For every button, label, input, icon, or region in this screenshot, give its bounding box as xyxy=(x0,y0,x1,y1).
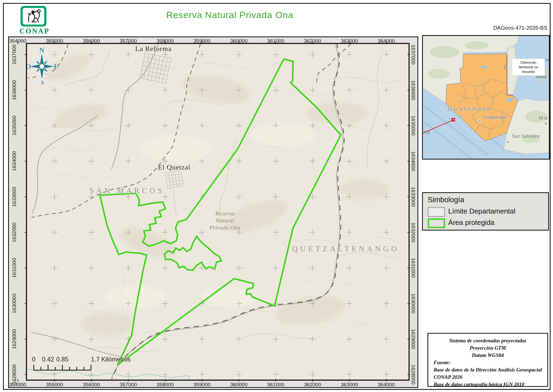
credits-projection: Proyección GTM xyxy=(434,344,542,352)
grid-tick xyxy=(407,161,410,161)
departmental-limit-label: Límite Departamental xyxy=(448,207,515,215)
inset-depth-label: 721 xyxy=(423,130,430,134)
grid-tick xyxy=(312,379,313,381)
grid-tick xyxy=(25,125,27,126)
grid-tick xyxy=(202,42,202,44)
scale-label-0: 0 xyxy=(32,356,36,363)
axis-label-right-1631000: 1631000 xyxy=(410,258,416,278)
grid-tick xyxy=(202,379,202,381)
grid-tick xyxy=(25,197,27,197)
axis-label-bottom-363000: 363000 xyxy=(341,382,358,388)
town-streets-la-reforma xyxy=(140,53,171,83)
conap-wordmark: CONAP xyxy=(19,27,63,35)
note-line3: resuelto xyxy=(513,69,544,74)
axis-label-right-1636000: 1636000 xyxy=(410,80,416,100)
inset-map-graphic xyxy=(423,36,549,159)
grid-tick xyxy=(18,42,18,44)
credits-source-2: Base de datos cartografía básica IGN 201… xyxy=(434,381,542,388)
credits-datum: Datum WGS84 xyxy=(434,352,542,359)
grid-tick xyxy=(407,303,410,304)
grid-tick xyxy=(165,379,166,381)
inset-belize-label: B xyxy=(504,64,509,70)
map-frame: La Reforma El Quetzal SAN MARCOS QUETZAL… xyxy=(8,36,418,388)
san-salvador-dot xyxy=(507,141,509,143)
axis-label-right-1635000: 1635000 xyxy=(410,116,416,136)
axis-label-left-1633000: 1633000 xyxy=(11,187,17,207)
axis-label-right-1630000: 1630000 xyxy=(410,293,416,313)
axis-label-right-1634000: 1634000 xyxy=(410,151,416,171)
axis-label-left-1631000: 1631000 xyxy=(11,258,17,278)
grid-tick xyxy=(25,374,27,375)
grid-tick xyxy=(407,54,410,55)
place-label-el-quetzal: El Quetzal xyxy=(158,163,190,171)
axis-label-bottom-362000: 362000 xyxy=(304,382,321,388)
reserve-name-line1: Reserva xyxy=(210,210,240,217)
grid-tick xyxy=(25,90,27,90)
marker-center xyxy=(453,119,454,120)
roads xyxy=(31,44,343,380)
inset-country-label: Guatemala xyxy=(448,106,491,112)
credits-source-1: Base de datos de la Dirección Análisis G… xyxy=(434,366,542,381)
compass-north-label: N xyxy=(39,46,45,54)
axis-label-left-1632000: 1632000 xyxy=(11,222,17,242)
legend: Simbología Límite Departamental Área pro… xyxy=(422,192,549,231)
scale-label-042: 0.42 xyxy=(42,356,54,363)
place-label-la-reforma: La Reforma xyxy=(135,45,172,53)
map-canvas: La Reforma El Quetzal SAN MARCOS QUETZAL… xyxy=(26,43,410,381)
grid-tick xyxy=(25,161,27,161)
grid-tick xyxy=(25,339,27,339)
monkey-icon xyxy=(23,8,44,25)
grid-tick xyxy=(407,268,410,268)
axis-label-right-1629000: 1629000 xyxy=(410,329,416,349)
locator-inset-map: Guatemala Guatemala San Salvador Ho B Ho… xyxy=(422,35,550,160)
page: CONAP Reserva Natural Privada Ona DAGeos… xyxy=(0,0,553,392)
grid-tick xyxy=(165,42,166,44)
department-label-san-marcos: SAN MARCOS xyxy=(89,186,164,195)
note-line2: territorial no xyxy=(513,65,544,69)
inset-capital-label: Guatemala xyxy=(483,115,506,120)
grid-tick xyxy=(25,54,27,55)
grid-tick xyxy=(91,379,92,381)
credits-coord-system: Sistema de coordenadas proyectadas xyxy=(434,337,542,344)
axis-label-bottom-355000: 355000 xyxy=(46,382,63,388)
grid-tick xyxy=(128,379,129,381)
axis-label-left-1629000: 1629000 xyxy=(11,329,17,349)
axis-label-bottom-357000: 357000 xyxy=(120,382,137,388)
territorial-note-box: Diferendo territorial no resuelto xyxy=(512,59,545,76)
axis-label-bottom-358000: 358000 xyxy=(157,382,174,388)
axis-label-left-1635000: 1635000 xyxy=(11,116,17,136)
axis-label-right-1637000: 1637000 xyxy=(410,45,416,65)
axis-label-left-1634000: 1634000 xyxy=(11,151,17,171)
grid-tick xyxy=(275,42,276,44)
grid-tick xyxy=(18,379,18,381)
reserve-name-line3: Privada Ona xyxy=(210,224,240,231)
reserve-name-line2: Natural xyxy=(210,217,240,224)
guatemala-city-dot xyxy=(478,120,481,122)
axis-label-right-1633000: 1633000 xyxy=(410,187,416,207)
grid-tick xyxy=(54,42,55,44)
axis-label-left-1637000: 1637000 xyxy=(11,45,17,65)
conap-logo xyxy=(21,6,46,26)
town-streets-el-quetzal xyxy=(165,171,183,188)
conap-logo-panel xyxy=(23,8,44,25)
grid-tick xyxy=(25,303,27,304)
grid-tick xyxy=(349,379,350,381)
departmental-limit-swatch xyxy=(428,207,445,217)
axis-label-left-1636000: 1636000 xyxy=(11,80,17,100)
scale-bar xyxy=(34,365,91,370)
note-line1: Diferendo xyxy=(513,60,544,65)
reserve-name-label: Reserva Natural Privada Ona xyxy=(210,210,240,231)
compass-west-label: O xyxy=(26,63,31,71)
axis-label-bottom-364000: 364000 xyxy=(378,382,395,388)
grid-tick xyxy=(91,42,92,44)
city-dot-edge xyxy=(545,123,547,125)
axis-label-left-1628000: 1628000 xyxy=(11,364,17,384)
axis-label-left-1630000: 1630000 xyxy=(11,293,17,313)
grid-tick xyxy=(239,42,239,44)
legend-title: Simbología xyxy=(428,196,464,204)
grid-tick xyxy=(239,379,239,381)
axis-label-right-1632000: 1632000 xyxy=(410,222,416,242)
scale-label-085: 0.85 xyxy=(56,356,69,363)
inset-honduras-label: Ho xyxy=(539,115,549,121)
document-code: DAGeos-471-2026-BS xyxy=(493,25,547,31)
